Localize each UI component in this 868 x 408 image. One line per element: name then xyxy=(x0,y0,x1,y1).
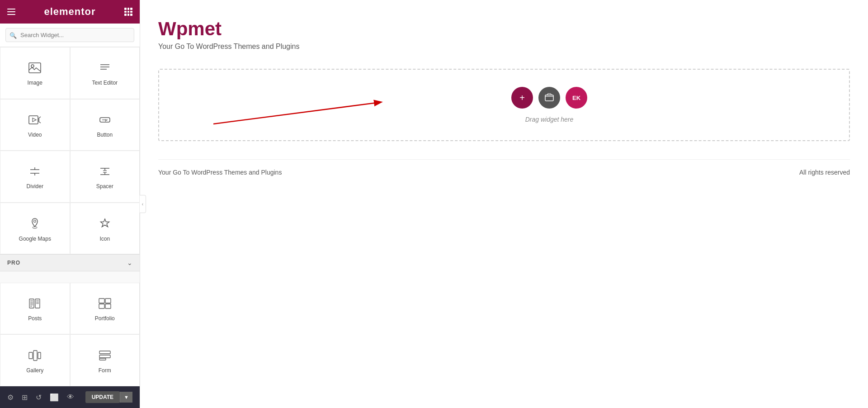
svg-line-7 xyxy=(39,117,41,118)
responsive-icon[interactable]: ⬜ xyxy=(50,393,59,402)
svg-point-22 xyxy=(34,220,36,222)
elementor-logo: elementor xyxy=(44,6,95,18)
svg-point-1 xyxy=(31,65,34,67)
widget-google-maps[interactable]: Google Maps xyxy=(0,203,70,255)
text-editor-icon xyxy=(99,62,111,76)
widget-icon-label: Icon xyxy=(99,236,110,242)
footer-right-text: All rights reserved xyxy=(799,169,850,176)
image-icon xyxy=(28,62,41,76)
widget-portfolio[interactable]: Portfolio xyxy=(70,283,140,335)
widget-video-label: Video xyxy=(28,132,42,138)
svg-rect-39 xyxy=(33,351,37,361)
svg-rect-40 xyxy=(38,352,41,359)
widget-gallery-label: Gallery xyxy=(26,367,43,374)
page-subtitle: Your Go To WordPress Themes and Plugins xyxy=(158,43,850,51)
widgets-grid: Image Text Editor xyxy=(0,47,140,386)
footer-icons: ⚙ ⊞ ↺ ⬜ 👁 xyxy=(7,393,74,402)
search-input[interactable] xyxy=(5,28,134,42)
button-icon xyxy=(99,114,111,128)
arrow-overlay xyxy=(159,70,849,140)
google-maps-icon xyxy=(28,218,41,232)
svg-rect-35 xyxy=(105,299,111,303)
drop-zone[interactable]: + EK Drag widget here xyxy=(158,69,850,141)
page-title: Wpmet xyxy=(158,18,850,40)
svg-rect-46 xyxy=(545,95,553,101)
elementor-kit-button[interactable]: EK xyxy=(566,87,587,109)
svg-line-45 xyxy=(213,102,381,124)
svg-rect-42 xyxy=(99,355,110,358)
canvas-inner: Wpmet Your Go To WordPress Themes and Pl… xyxy=(140,0,868,408)
sidebar: elementor 🔍 Image xyxy=(0,0,140,408)
svg-line-8 xyxy=(39,122,41,123)
svg-rect-0 xyxy=(29,63,41,73)
update-button-wrap: UPDATE ▼ xyxy=(85,391,132,403)
add-template-button[interactable] xyxy=(538,87,560,109)
widget-google-maps-label: Google Maps xyxy=(19,236,51,242)
svg-rect-37 xyxy=(105,304,111,308)
grid-apps-icon[interactable] xyxy=(124,8,132,16)
footer-left-text: Your Go To WordPress Themes and Plugins xyxy=(158,169,282,176)
history-icon[interactable]: ↺ xyxy=(36,393,42,402)
widget-spacer-label: Spacer xyxy=(96,183,113,190)
portfolio-icon xyxy=(99,298,111,312)
form-icon xyxy=(99,350,111,364)
pro-section[interactable]: PRO ⌄ xyxy=(0,254,140,283)
widget-image[interactable]: Image xyxy=(0,47,70,99)
drag-hint: Drag widget here xyxy=(525,116,574,123)
widget-image-label: Image xyxy=(28,80,42,86)
widget-icon[interactable]: Icon xyxy=(70,203,140,255)
eye-icon[interactable]: 👁 xyxy=(67,393,74,401)
widget-text-editor[interactable]: Text Editor xyxy=(70,47,140,99)
settings-icon[interactable]: ⚙ xyxy=(7,393,14,402)
pro-label: PRO xyxy=(7,260,20,266)
add-element-button[interactable]: + xyxy=(511,87,533,109)
svg-rect-41 xyxy=(99,351,110,354)
hamburger-menu[interactable] xyxy=(7,9,15,15)
widget-button[interactable]: Button xyxy=(70,99,140,151)
gallery-icon xyxy=(28,350,41,364)
widget-button-label: Button xyxy=(97,132,113,138)
sidebar-collapse-handle[interactable]: ‹ xyxy=(140,195,146,213)
widget-portfolio-label: Portfolio xyxy=(95,315,115,322)
widget-divider[interactable]: Divider xyxy=(0,151,70,203)
svg-rect-34 xyxy=(99,299,104,303)
widget-video[interactable]: Video xyxy=(0,99,70,151)
svg-marker-6 xyxy=(33,118,36,122)
widget-divider-label: Divider xyxy=(27,183,43,190)
icon-widget-icon xyxy=(99,218,111,232)
widget-gallery[interactable]: Gallery xyxy=(0,334,70,386)
canvas-footer: Your Go To WordPress Themes and Plugins … xyxy=(158,159,850,176)
drop-zone-content: + EK Drag widget here xyxy=(511,87,587,123)
chevron-down-icon: ⌄ xyxy=(127,259,132,266)
update-dropdown-button[interactable]: ▼ xyxy=(120,392,132,403)
spacer-icon xyxy=(99,166,111,180)
sidebar-footer: ⚙ ⊞ ↺ ⬜ 👁 UPDATE ▼ xyxy=(0,386,140,408)
update-button[interactable]: UPDATE xyxy=(85,391,120,403)
svg-rect-38 xyxy=(29,352,33,359)
widget-posts[interactable]: Posts xyxy=(0,283,70,335)
sidebar-header: elementor xyxy=(0,0,140,24)
svg-rect-43 xyxy=(99,358,106,360)
widget-form[interactable]: Form xyxy=(70,334,140,386)
posts-icon xyxy=(28,298,41,312)
search-icon: 🔍 xyxy=(9,32,17,38)
svg-rect-36 xyxy=(99,304,104,308)
widget-posts-label: Posts xyxy=(28,315,42,322)
widget-text-editor-label: Text Editor xyxy=(92,80,118,86)
divider-icon xyxy=(28,166,41,180)
widget-form-label: Form xyxy=(99,367,111,374)
widget-search-area: 🔍 xyxy=(0,24,140,47)
video-icon xyxy=(28,114,41,128)
layers-icon[interactable]: ⊞ xyxy=(22,393,28,402)
widget-spacer[interactable]: Spacer xyxy=(70,151,140,203)
main-canvas: Wpmet Your Go To WordPress Themes and Pl… xyxy=(140,0,868,408)
drop-zone-buttons: + EK xyxy=(511,87,587,109)
